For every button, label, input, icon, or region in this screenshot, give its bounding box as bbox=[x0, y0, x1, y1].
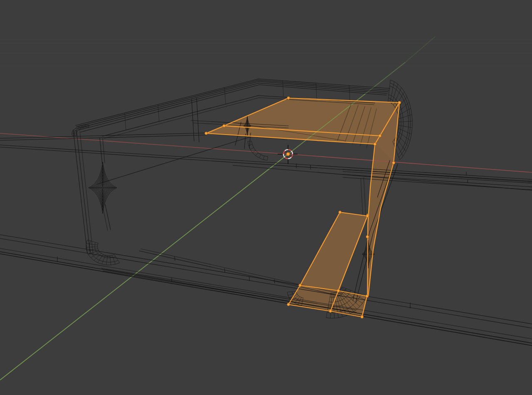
object-origin-dot[interactable] bbox=[286, 152, 290, 156]
selected-vertex[interactable] bbox=[223, 125, 226, 128]
selected-vertex[interactable] bbox=[379, 135, 382, 137]
selected-vertex[interactable] bbox=[339, 211, 342, 214]
selected-vertex[interactable] bbox=[392, 162, 395, 164]
viewport-canvas[interactable] bbox=[0, 0, 532, 395]
selected-vertex[interactable] bbox=[366, 215, 369, 218]
selected-vertex[interactable] bbox=[287, 303, 290, 306]
selected-vertex[interactable] bbox=[205, 132, 208, 135]
selected-vertex[interactable] bbox=[398, 101, 401, 104]
selected-vertex[interactable] bbox=[361, 316, 364, 319]
selected-vertex[interactable] bbox=[366, 236, 369, 238]
selected-vertex[interactable] bbox=[287, 97, 290, 100]
blender-viewport[interactable] bbox=[0, 0, 532, 395]
selected-vertex[interactable] bbox=[329, 310, 332, 313]
selected-vertex[interactable] bbox=[374, 143, 377, 146]
viewport-background bbox=[0, 0, 532, 395]
selected-vertex[interactable] bbox=[366, 295, 369, 298]
selected-vertex[interactable] bbox=[299, 284, 302, 287]
selected-vertex[interactable] bbox=[337, 290, 340, 292]
